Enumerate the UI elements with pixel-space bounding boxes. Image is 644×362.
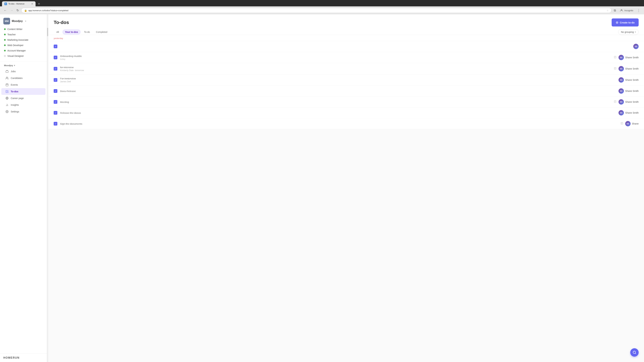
filter-tabs: All Your to-dos To-do Completed bbox=[54, 29, 110, 35]
checkmark-icon: ✓ bbox=[55, 112, 56, 114]
todo-content: for interview Kimberly Dale tomorrow bbox=[60, 66, 611, 71]
globe-icon bbox=[5, 96, 9, 100]
todo-item[interactable]: ✓ For innterview James Dell SS Shane Smi… bbox=[48, 74, 644, 86]
todo-assignee: SS Shane Smith bbox=[618, 77, 639, 83]
back-button[interactable]: ← bbox=[3, 8, 8, 13]
incognito-label: Incognito bbox=[624, 9, 633, 12]
nav-label: Jobs bbox=[11, 70, 16, 73]
filter-bar: All Your to-dos To-do Completed No group… bbox=[54, 29, 639, 35]
filter-tab-todo[interactable]: To-do bbox=[81, 29, 92, 35]
candidate-name: Kimberly Dale bbox=[60, 69, 74, 71]
todo-checkbox[interactable]: ✓ bbox=[54, 122, 57, 125]
avatar: SS bbox=[625, 121, 630, 126]
refresh-button[interactable]: ↻ bbox=[16, 8, 20, 13]
checkmark-icon: ✓ bbox=[55, 90, 56, 92]
sidebar-scrollbar[interactable] bbox=[47, 14, 48, 362]
todo-item[interactable]: ✓ Meeting SS Shane Smith bbox=[48, 96, 644, 107]
todo-item[interactable]: ✓ Docu Release SS Shane Smith bbox=[48, 86, 644, 96]
sidebar-item-candidates[interactable]: Candidates bbox=[1, 75, 46, 81]
org-name: Moodjoy bbox=[12, 19, 23, 23]
filter-tab-completed[interactable]: Completed bbox=[93, 29, 110, 35]
filter-tab-all[interactable]: All bbox=[54, 29, 62, 35]
main-header-top: To-dos ⊕ Create to-do bbox=[54, 18, 639, 26]
todo-actions: SS Shane Smith bbox=[618, 77, 639, 83]
green-dot-icon bbox=[4, 34, 6, 35]
green-dot-icon bbox=[4, 28, 6, 30]
job-label: Account Manager bbox=[8, 49, 26, 52]
sidebar-item-teacher[interactable]: Teacher bbox=[2, 32, 45, 37]
plus-icon: ⊕ bbox=[616, 20, 618, 24]
todo-item[interactable]: ✓ Release the docus SS Shane Smith bbox=[48, 107, 644, 118]
tab-active[interactable]: H To-dos - Homerun ✕ bbox=[2, 1, 36, 6]
todo-checkbox[interactable]: ✓ bbox=[54, 78, 57, 82]
assignee-name: Shane Smith bbox=[625, 67, 639, 70]
users-icon bbox=[5, 76, 9, 80]
todo-item[interactable]: ✓ Sign the documents SS Shane bbox=[48, 118, 644, 129]
checkmark-icon: ✓ bbox=[55, 79, 56, 81]
search-fab[interactable] bbox=[630, 348, 639, 357]
green-dot-icon bbox=[4, 44, 6, 46]
svg-rect-4 bbox=[6, 84, 8, 86]
browser-chrome: H To-dos - Homerun ✕ + ← → ↻ 🔒 app.homer… bbox=[0, 0, 644, 14]
extensions-button[interactable]: ⧉ bbox=[613, 8, 617, 13]
sidebar-item-web-developer[interactable]: Web Developer bbox=[2, 42, 45, 48]
todo-content: Meeting bbox=[60, 100, 611, 103]
todo-checkbox[interactable]: ✓ bbox=[54, 67, 57, 70]
todo-actions: SS Shane bbox=[620, 121, 639, 126]
svg-point-13 bbox=[7, 111, 8, 112]
todo-checkbox[interactable]: ✓ bbox=[54, 44, 57, 48]
forward-button[interactable]: → bbox=[9, 8, 14, 13]
nav-label: Settings bbox=[11, 110, 19, 113]
sidebar-item-settings[interactable]: Settings bbox=[1, 108, 46, 115]
sidebar-item-career-page[interactable]: Career page bbox=[1, 95, 46, 102]
sidebar-item-todos[interactable]: To-dos bbox=[1, 88, 46, 95]
job-label: Teacher bbox=[8, 33, 16, 36]
grouping-button[interactable]: No grouping ▾ bbox=[618, 29, 639, 35]
menu-button[interactable]: ⋮ bbox=[636, 8, 641, 13]
avatar: SS bbox=[618, 88, 624, 94]
incognito-button[interactable]: Incognito bbox=[618, 8, 634, 13]
filter-tab-your-todos[interactable]: Your to-dos bbox=[62, 29, 81, 35]
avatar: SS bbox=[618, 110, 624, 115]
sidebar-item-jobs[interactable]: Jobs bbox=[1, 68, 46, 75]
tab-favicon: H bbox=[4, 2, 7, 5]
create-todo-button[interactable]: ⊕ Create to-do bbox=[612, 18, 639, 26]
todo-checkbox[interactable]: ✓ bbox=[54, 56, 57, 59]
todo-content: For innterview James Dell bbox=[60, 77, 616, 83]
todo-assignee: SS Shane Smith bbox=[618, 99, 639, 105]
new-tab-button[interactable]: + bbox=[37, 2, 41, 6]
todo-title: Docu Release bbox=[60, 90, 616, 92]
sidebar-item-marketing-associate[interactable]: Marketing Associate bbox=[2, 37, 45, 42]
todo-item[interactable]: ✓ Onboarding Huddle today bbox=[48, 52, 644, 63]
todo-assignee: SS Shane bbox=[625, 121, 639, 126]
todo-checkbox[interactable]: ✓ bbox=[54, 100, 57, 104]
notes-icon[interactable] bbox=[614, 56, 616, 59]
sidebar-item-content-writer[interactable]: Content Writer bbox=[2, 26, 45, 32]
sidebar-section-label[interactable]: Moodjoy ▾ bbox=[0, 63, 47, 68]
todo-content: Sign the documents bbox=[60, 122, 618, 125]
address-bar[interactable]: 🔒 app.homerun.co/todos?status=completed … bbox=[21, 8, 612, 13]
chevron-down-icon[interactable]: ▾ bbox=[25, 20, 26, 22]
chart-icon bbox=[5, 103, 9, 107]
todo-content: Onboarding Huddle today bbox=[60, 55, 611, 60]
sidebar-item-insights[interactable]: Insights bbox=[1, 102, 46, 108]
job-label: Web Developer bbox=[8, 44, 24, 46]
star-icon[interactable]: ☆ bbox=[606, 9, 608, 12]
tab-close-icon[interactable]: ✕ bbox=[31, 2, 33, 5]
todo-actions: SS Shane Smith bbox=[614, 99, 639, 105]
job-label: Visual Designer bbox=[8, 55, 24, 57]
todo-checkbox[interactable]: ✓ bbox=[54, 111, 57, 115]
calendar-icon bbox=[5, 83, 9, 86]
sidebar-item-account-manager[interactable]: Account Manager bbox=[2, 48, 45, 53]
svg-line-31 bbox=[635, 353, 636, 354]
todo-item[interactable]: ✓ SS bbox=[48, 41, 644, 52]
sidebar-item-visual-designer[interactable]: Visual Designer bbox=[2, 53, 45, 59]
avatar: SS bbox=[618, 77, 624, 83]
notes-icon[interactable] bbox=[614, 67, 616, 70]
notes-icon[interactable] bbox=[620, 122, 623, 125]
todo-item[interactable]: ✓ for interview Kimberly Dale tomorrow bbox=[48, 63, 644, 74]
nav-label: Events bbox=[11, 83, 18, 86]
sidebar-item-events[interactable]: Events bbox=[1, 81, 46, 88]
notes-icon[interactable] bbox=[614, 100, 616, 104]
todo-checkbox[interactable]: ✓ bbox=[54, 89, 57, 93]
